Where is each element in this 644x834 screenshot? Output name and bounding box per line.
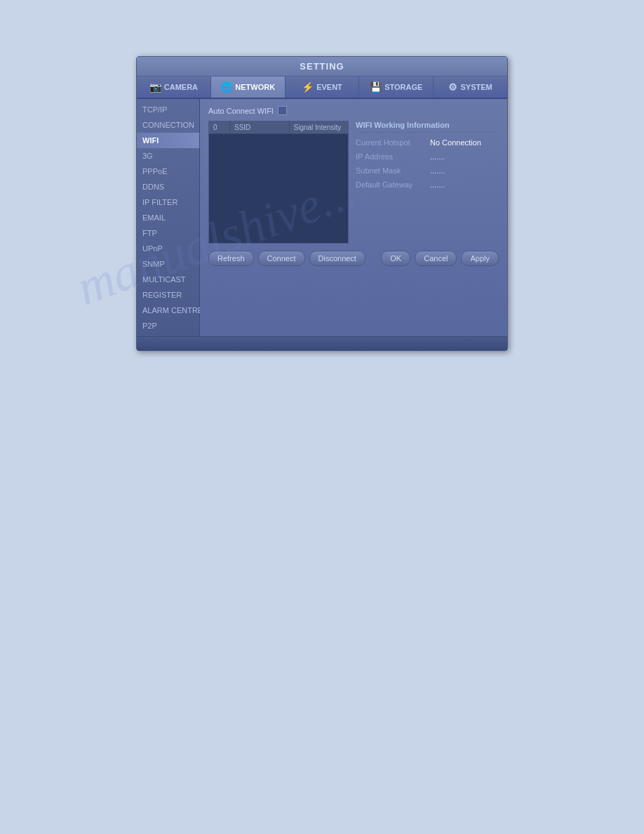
tab-system[interactable]: ⚙ SYSTEM xyxy=(434,77,507,98)
sidebar-item-register[interactable]: REGISTER xyxy=(137,287,199,303)
content-area: TCP/IP CONNECTION WIFI 3G PPPoE DDNS IP … xyxy=(137,99,507,336)
sidebar-item-3g[interactable]: 3G xyxy=(137,148,199,164)
wifi-list-header: 0 SSID Signal Intensity xyxy=(209,121,348,134)
cancel-button[interactable]: Cancel xyxy=(415,251,457,266)
sidebar-item-wifi[interactable]: WIFI xyxy=(137,133,199,148)
auto-connect-row: Auto Connect WIFI xyxy=(208,106,499,115)
wifi-gateway-row: Default Gateway ....... xyxy=(356,180,499,189)
tab-storage-label: STORAGE xyxy=(384,83,422,91)
tab-event-label: EVENT xyxy=(316,83,342,91)
disconnect-button[interactable]: Disconnect xyxy=(309,251,365,266)
wifi-ip-label: IP Address xyxy=(356,152,426,161)
tab-system-label: SYSTEM xyxy=(460,83,492,91)
sidebar-item-connection[interactable]: CONNECTION xyxy=(137,117,199,133)
col-ssid: SSID xyxy=(230,121,290,133)
tab-storage[interactable]: 💾 STORAGE xyxy=(359,77,434,98)
button-row: Refresh Connect Disconnect OK Cancel App… xyxy=(208,251,499,266)
bottom-bar xyxy=(137,336,507,350)
sidebar-item-alarmcentre[interactable]: ALARM CENTRE xyxy=(137,303,199,318)
wifi-gateway-label: Default Gateway xyxy=(356,180,426,189)
wifi-subnet-label: Subnet Mask xyxy=(356,166,426,175)
system-icon: ⚙ xyxy=(448,81,457,93)
title-label: SETTING xyxy=(300,61,344,72)
col-number: 0 xyxy=(209,121,230,133)
tab-network-label: NETWORK xyxy=(235,83,275,91)
wifi-list-body[interactable] xyxy=(209,134,348,243)
wifi-subnet-row: Subnet Mask ....... xyxy=(356,166,499,175)
sidebar-item-p2p[interactable]: P2P xyxy=(137,318,199,333)
sidebar-item-snmp[interactable]: SNMP xyxy=(137,256,199,272)
sidebar: TCP/IP CONNECTION WIFI 3G PPPoE DDNS IP … xyxy=(137,99,200,336)
wifi-hotspot-row: Current Hotspot No Connection xyxy=(356,138,499,147)
connect-button[interactable]: Connect xyxy=(258,251,305,266)
sidebar-item-multicast[interactable]: MULTICAST xyxy=(137,272,199,287)
wifi-info-title: WIFI Working Information xyxy=(356,121,499,133)
col-signal: Signal Intensity xyxy=(290,121,349,133)
storage-icon: 💾 xyxy=(370,81,382,93)
refresh-button[interactable]: Refresh xyxy=(208,251,254,266)
sidebar-item-pppoe[interactable]: PPPoE xyxy=(137,164,199,179)
auto-connect-checkbox[interactable] xyxy=(278,106,287,115)
setting-window: SETTING 📷 CAMERA 🌐 NETWORK ⚡ EVENT 💾 STO… xyxy=(136,56,508,351)
wifi-subnet-value: ....... xyxy=(430,166,445,175)
sidebar-item-email[interactable]: EMAIL xyxy=(137,210,199,225)
wifi-gateway-value: ....... xyxy=(430,180,445,189)
wifi-content: Auto Connect WIFI 0 SSID Signal Intensit… xyxy=(200,99,507,336)
wifi-hotspot-label: Current Hotspot xyxy=(356,138,426,147)
sidebar-item-ipfilter[interactable]: IP FILTER xyxy=(137,194,199,210)
wifi-info-panel: WIFI Working Information Current Hotspot… xyxy=(356,121,499,244)
wifi-table-area: 0 SSID Signal Intensity WIFI Working Inf… xyxy=(208,121,499,244)
network-icon: 🌐 xyxy=(220,81,232,93)
main-tabs: 📷 CAMERA 🌐 NETWORK ⚡ EVENT 💾 STORAGE ⚙ S… xyxy=(137,77,507,99)
wifi-hotspot-value: No Connection xyxy=(430,138,481,147)
camera-icon: 📷 xyxy=(149,81,161,93)
wifi-list: 0 SSID Signal Intensity xyxy=(208,121,349,244)
auto-connect-label: Auto Connect WIFI xyxy=(208,107,274,115)
tab-network[interactable]: 🌐 NETWORK xyxy=(211,77,286,98)
right-buttons: OK Cancel Apply xyxy=(381,251,499,266)
tab-event[interactable]: ⚡ EVENT xyxy=(286,77,360,98)
left-buttons: Refresh Connect Disconnect xyxy=(208,251,365,266)
sidebar-item-upnp[interactable]: UPnP xyxy=(137,241,199,256)
wifi-ip-value: ....... xyxy=(430,152,445,161)
apply-button[interactable]: Apply xyxy=(461,251,499,266)
sidebar-item-ftp[interactable]: FTP xyxy=(137,225,199,241)
tab-camera-label: CAMERA xyxy=(164,83,198,91)
ok-button[interactable]: OK xyxy=(381,251,410,266)
wifi-ip-row: IP Address ....... xyxy=(356,152,499,161)
sidebar-item-ddns[interactable]: DDNS xyxy=(137,179,199,194)
tab-camera[interactable]: 📷 CAMERA xyxy=(137,77,211,98)
title-bar: SETTING xyxy=(137,57,507,77)
event-icon: ⚡ xyxy=(302,81,314,93)
sidebar-item-tcpip[interactable]: TCP/IP xyxy=(137,102,199,117)
